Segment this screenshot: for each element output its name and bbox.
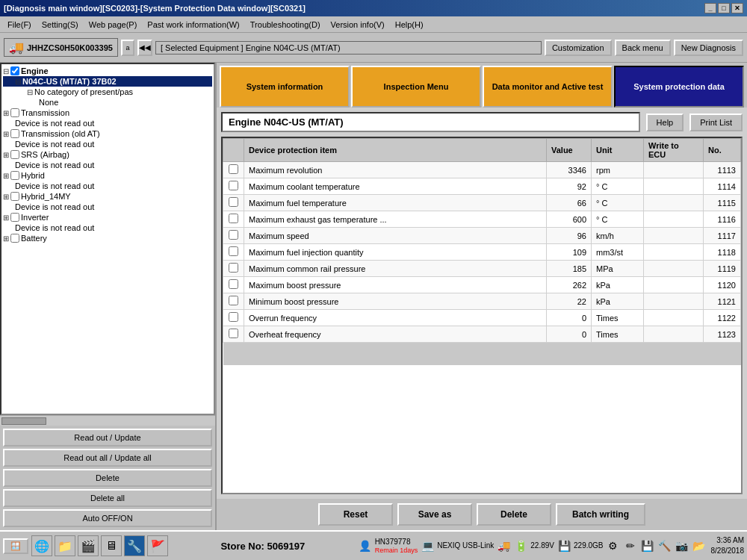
row-checkbox-cell[interactable] — [223, 178, 244, 195]
row-checkbox-2[interactable] — [229, 197, 238, 207]
row-checkbox-cell[interactable] — [223, 326, 244, 343]
save-tray-icon[interactable]: 💾 — [640, 538, 655, 553]
tree-battery[interactable]: ⊞ Battery — [3, 233, 212, 243]
table-row[interactable]: Maximum fuel temperature 66 ° C 1115 — [223, 195, 741, 211]
remote-icon[interactable]: 🖥 — [101, 535, 122, 556]
tree-srs[interactable]: ⊞ SRS (Airbag) — [3, 149, 212, 160]
horizontal-scrollbar[interactable] — [0, 415, 215, 426]
diag-icon[interactable]: 🔧 — [124, 535, 145, 556]
menu-versioninfo[interactable]: Version info(V) — [326, 19, 389, 31]
row-checkbox-7[interactable] — [229, 279, 238, 289]
delete-all-button[interactable]: Delete all — [3, 489, 212, 507]
row-value-10: 0 — [547, 326, 592, 343]
data-table-container[interactable]: Device protection item Value Unit Write … — [221, 137, 743, 494]
table-row[interactable]: Overheat frequency 0 Times 1123 — [223, 326, 741, 343]
scrollbar-thumb[interactable] — [1, 417, 46, 425]
tree-transmission[interactable]: ⊞ Transmission — [3, 108, 212, 118]
table-row[interactable]: Maximum coolant temperature 92 ° C 1114 — [223, 178, 741, 195]
back-menu-button[interactable]: Back menu — [615, 40, 671, 56]
delete-button[interactable]: Delete — [3, 469, 212, 487]
reset-button[interactable]: Reset — [318, 503, 393, 526]
help-button[interactable]: Help — [646, 113, 684, 131]
table-row[interactable]: Maximum revolution 3346 rpm 1113 — [223, 162, 741, 178]
a-button[interactable]: a — [121, 40, 134, 56]
tool-tray-icon[interactable]: 🔨 — [657, 538, 672, 553]
menu-pastwork[interactable]: Past work information(W) — [143, 19, 244, 31]
engine-checkbox[interactable] — [10, 66, 19, 75]
hybrid-checkbox[interactable] — [10, 171, 19, 180]
media-icon[interactable]: 🎬 — [78, 535, 99, 556]
row-checkbox-4[interactable] — [229, 230, 238, 240]
row-checkbox-cell[interactable] — [223, 162, 244, 178]
table-row[interactable]: Maximum fuel injection quantity 109 mm3/… — [223, 244, 741, 261]
ie-icon[interactable]: 🌐 — [31, 535, 52, 556]
battery-checkbox[interactable] — [10, 234, 19, 243]
delete-bottom-button[interactable]: Delete — [477, 503, 551, 526]
maximize-button[interactable]: □ — [718, 3, 730, 13]
read-update-all-button[interactable]: Read out all / Update all — [3, 449, 212, 467]
table-row[interactable]: Maximum boost pressure 262 kPa 1120 — [223, 277, 741, 293]
tab-system-protection[interactable]: System protection data — [614, 66, 744, 108]
tree-transmission-old[interactable]: ⊞ Transmission (old AT) — [3, 128, 212, 139]
start-button[interactable]: 🪟 — [3, 538, 28, 554]
row-checkbox-cell[interactable] — [223, 211, 244, 228]
row-checkbox-6[interactable] — [229, 263, 238, 273]
menu-troubleshooting[interactable]: Troubleshooting(D) — [246, 19, 325, 31]
menu-setting[interactable]: Setting(S) — [37, 19, 83, 31]
read-update-button[interactable]: Read out / Update — [3, 429, 212, 447]
tree-inverter[interactable]: ⊞ Inverter — [3, 212, 212, 223]
print-list-button[interactable]: Print List — [689, 113, 743, 131]
table-row[interactable]: Maximum common rail pressure 185 MPa 111… — [223, 261, 741, 277]
table-row[interactable]: Maximum exhaust gas temperature ... 600 … — [223, 211, 741, 228]
flag-icon[interactable]: 🚩 — [147, 535, 168, 556]
row-checkbox-cell[interactable] — [223, 277, 244, 293]
tree-view[interactable]: ⊟ Engine ⊟ N04C-US (MT/AT) 37B02 ⊟ No ca… — [0, 63, 215, 415]
pencil-tray-icon[interactable]: ✏ — [623, 538, 638, 553]
folder2-tray-icon[interactable]: 📂 — [692, 538, 707, 553]
table-row[interactable]: Overrun frequency 0 Times 1122 — [223, 310, 741, 326]
back-arrow-button[interactable]: ◀◀ — [137, 40, 152, 56]
row-checkbox-cell[interactable] — [223, 310, 244, 326]
transmission-old-checkbox[interactable] — [10, 129, 19, 138]
tab-data-monitor[interactable]: Data monitor and Active test — [483, 66, 613, 108]
row-checkbox-5[interactable] — [229, 246, 238, 256]
table-row[interactable]: Minimum boost pressure 22 kPa 1121 — [223, 293, 741, 310]
tab-system-info[interactable]: System information — [220, 66, 350, 108]
hybrid14-checkbox[interactable] — [10, 192, 19, 201]
row-checkbox-0[interactable] — [229, 164, 238, 174]
customization-button[interactable]: Customization — [545, 40, 612, 56]
tree-none[interactable]: None — [3, 97, 212, 108]
row-checkbox-10[interactable] — [229, 329, 238, 338]
transmission-checkbox[interactable] — [10, 108, 19, 117]
new-diagnosis-button[interactable]: New Diagnosis — [674, 40, 743, 56]
save-as-button[interactable]: Save as — [397, 503, 472, 526]
menu-webpage[interactable]: Web page(P) — [84, 19, 142, 31]
srs-checkbox[interactable] — [10, 150, 19, 159]
row-checkbox-3[interactable] — [229, 214, 238, 223]
minimize-button[interactable]: _ — [704, 3, 716, 13]
row-checkbox-cell[interactable] — [223, 261, 244, 277]
row-checkbox-9[interactable] — [229, 312, 238, 322]
camera-tray-icon[interactable]: 📷 — [675, 538, 689, 553]
tree-engine-root[interactable]: ⊟ Engine — [3, 66, 212, 76]
row-checkbox-cell[interactable] — [223, 244, 244, 261]
table-row[interactable]: Maximum speed 96 km/h 1117 — [223, 228, 741, 244]
close-button[interactable]: ✕ — [731, 3, 743, 13]
auto-off-on-button[interactable]: Auto OFF/ON — [3, 509, 212, 527]
tree-hybrid[interactable]: ⊞ Hybrid — [3, 170, 212, 181]
batch-writing-button[interactable]: Batch writing — [556, 503, 645, 526]
row-checkbox-8[interactable] — [229, 296, 238, 305]
tree-no-category[interactable]: ⊟ No category of present/pas — [3, 87, 212, 97]
row-checkbox-cell[interactable] — [223, 195, 244, 211]
menu-help[interactable]: Help(H) — [391, 19, 428, 31]
folder-icon[interactable]: 📁 — [55, 535, 75, 556]
menu-file[interactable]: File(F) — [3, 19, 36, 31]
row-checkbox-cell[interactable] — [223, 228, 244, 244]
row-checkbox-1[interactable] — [229, 181, 238, 190]
tab-inspection-menu[interactable]: Inspection Menu — [351, 66, 481, 108]
inverter-checkbox[interactable] — [10, 213, 19, 222]
settings-tray-icon[interactable]: ⚙ — [606, 538, 621, 553]
tree-hybrid14[interactable]: ⊞ Hybrid_14MY — [3, 191, 212, 202]
row-checkbox-cell[interactable] — [223, 293, 244, 310]
tree-n04c[interactable]: ⊟ N04C-US (MT/AT) 37B02 — [3, 76, 212, 87]
